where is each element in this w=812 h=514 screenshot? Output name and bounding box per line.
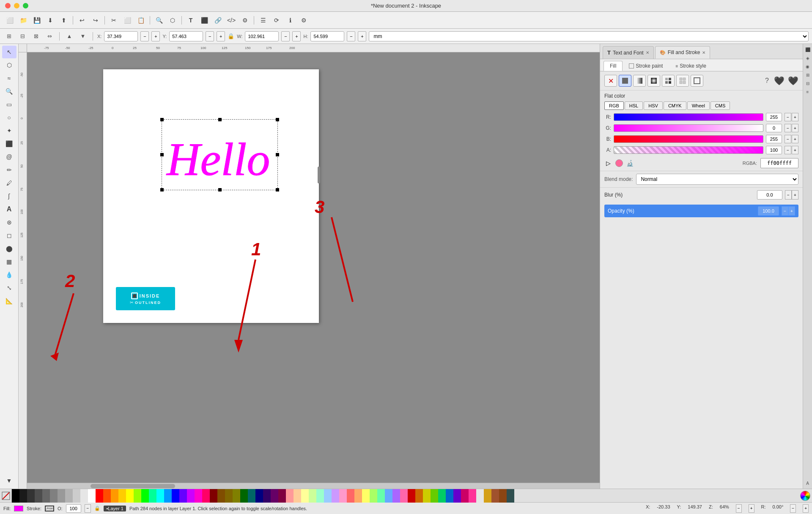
a-slider[interactable] [614, 146, 763, 154]
tab-text-font[interactable]: T Text and Font ✕ [603, 46, 654, 59]
fill-stroke-button[interactable]: ⬛ [198, 14, 211, 26]
fill-pattern-btn[interactable] [676, 75, 689, 87]
palette-color-swatch[interactable] [195, 489, 202, 503]
stroke-color-preview[interactable]: Unset [45, 506, 54, 511]
fill-heart[interactable]: 🖤 [788, 76, 798, 86]
unit-select[interactable]: mm px pt cm in [369, 31, 809, 41]
palette-color-swatch[interactable] [491, 489, 499, 503]
palette-color-swatch[interactable] [484, 489, 491, 503]
palette-color-swatch[interactable] [141, 489, 149, 503]
blur-value[interactable] [757, 190, 782, 200]
selector-tool[interactable]: ↖ [2, 46, 16, 58]
palette-color-swatch[interactable] [354, 489, 362, 503]
color-tab-cmyk[interactable]: CMYK [664, 101, 686, 110]
g-value[interactable] [766, 124, 782, 132]
undo-button[interactable]: ↩ [76, 14, 88, 26]
palette-color-swatch[interactable] [415, 489, 423, 503]
palette-color-swatch[interactable] [233, 489, 240, 503]
palette-color-swatch[interactable] [347, 489, 354, 503]
palette-color-swatch[interactable] [400, 489, 408, 503]
scroll-down-tool[interactable]: ▼ [2, 474, 16, 487]
panel-scroll-handle[interactable] [318, 167, 320, 183]
strip-btn-4[interactable]: ⊞ [804, 71, 812, 79]
blur-plus-btn[interactable]: + [792, 190, 798, 200]
prefs-button[interactable]: ⚙ [297, 14, 310, 26]
document-props-button[interactable]: ⚙ [239, 14, 251, 26]
h-input[interactable] [310, 31, 344, 41]
rgba-input[interactable] [760, 158, 798, 168]
palette-color-swatch[interactable] [80, 489, 88, 503]
import-button[interactable]: ⬇ [44, 14, 57, 26]
palette-color-swatch[interactable] [164, 489, 172, 503]
zoom-tool[interactable]: 🔍 [2, 85, 16, 98]
h-plus-btn[interactable]: + [358, 31, 366, 41]
color-tab-cms[interactable]: CMS [710, 101, 730, 110]
palette-color-swatch[interactable] [217, 489, 225, 503]
g-minus-btn[interactable]: − [785, 124, 791, 132]
measure-tool[interactable]: 📐 [2, 295, 16, 307]
circle-tool[interactable]: ○ [2, 111, 16, 124]
pen-tool[interactable]: 🖊 [2, 177, 16, 189]
b-minus-btn[interactable]: − [785, 135, 791, 143]
zoom-button[interactable]: 🔍 [153, 14, 165, 26]
object-props-button[interactable]: ℹ [284, 14, 296, 26]
fill-swatch-btn[interactable] [691, 75, 703, 87]
b-plus-btn[interactable]: + [792, 135, 798, 143]
text-tool-button[interactable]: T [184, 14, 197, 26]
palette-color-swatch[interactable] [42, 489, 50, 503]
color-tab-wheel[interactable]: Wheel [687, 101, 710, 110]
b-value[interactable] [766, 135, 782, 143]
color-tab-hsl[interactable]: HSL [625, 101, 643, 110]
h-minus-btn[interactable]: − [347, 31, 355, 41]
new-file-button[interactable]: ⬜ [3, 14, 16, 26]
rotate-plus-btn[interactable]: + [803, 504, 809, 513]
palette-color-swatch[interactable] [370, 489, 377, 503]
palette-color-swatch[interactable] [377, 489, 385, 503]
palette-color-swatch[interactable] [19, 489, 27, 503]
color-wheel-button[interactable] [800, 491, 810, 501]
palette-color-swatch[interactable] [286, 489, 294, 503]
palette-color-swatch[interactable] [65, 489, 73, 503]
fill-subtab-stroke-style[interactable]: ≡ Stroke style [669, 61, 713, 71]
window-controls[interactable] [5, 3, 28, 8]
palette-color-swatch[interactable] [156, 489, 164, 503]
w-input[interactable] [245, 31, 279, 41]
palette-color-swatch[interactable] [271, 489, 278, 503]
a-value[interactable] [766, 146, 782, 154]
palette-color-swatch[interactable] [50, 489, 58, 503]
3dbox-tool[interactable]: ⬛ [2, 137, 16, 150]
ctx-lower-btn[interactable]: ▼ [77, 31, 88, 42]
maximize-button[interactable] [23, 3, 28, 8]
palette-color-swatch[interactable] [149, 489, 156, 503]
y-input[interactable] [169, 31, 203, 41]
tweak-tool[interactable]: ≈ [2, 72, 16, 85]
palette-color-swatch[interactable] [118, 489, 126, 503]
strip-btn-3[interactable]: ◉ [804, 63, 812, 70]
ctx-distribute-btn[interactable]: ⊟ [17, 31, 28, 42]
xml-editor-button[interactable]: </> [225, 14, 238, 26]
palette-color-swatch[interactable] [446, 489, 453, 503]
rect-tool[interactable]: ▭ [2, 98, 16, 111]
color-action-1[interactable]: ▷ [604, 159, 612, 167]
a-minus-btn[interactable]: − [785, 146, 791, 154]
minimize-button[interactable] [14, 3, 19, 8]
open-file-button[interactable]: 📁 [17, 14, 30, 26]
color-tab-hsv[interactable]: HSV [644, 101, 663, 110]
palette-color-swatch[interactable] [339, 489, 347, 503]
connector-tool[interactable]: ⤡ [2, 282, 16, 294]
x-minus-btn[interactable]: − [140, 31, 149, 41]
opacity-minus-btn[interactable]: − [782, 206, 788, 216]
h-scrollbar-thumb[interactable] [91, 484, 175, 488]
palette-color-swatch[interactable] [12, 489, 19, 503]
y-plus-btn[interactable]: + [217, 31, 225, 41]
strip-btn-bottom[interactable]: A [804, 479, 812, 487]
palette-color-swatch[interactable] [332, 489, 339, 503]
canvas-area[interactable]: -75 -50 -25 0 25 50 75 100 125 150 175 2… [19, 44, 600, 489]
strip-btn-6[interactable]: ≡ [804, 88, 812, 96]
redo-button[interactable]: ↪ [89, 14, 102, 26]
align-button[interactable]: ☰ [257, 14, 269, 26]
bucket-tool[interactable]: ⬤ [2, 242, 16, 255]
palette-color-swatch[interactable] [225, 489, 233, 503]
paste-button[interactable]: 📋 [134, 14, 147, 26]
palette-color-swatch[interactable] [111, 489, 118, 503]
